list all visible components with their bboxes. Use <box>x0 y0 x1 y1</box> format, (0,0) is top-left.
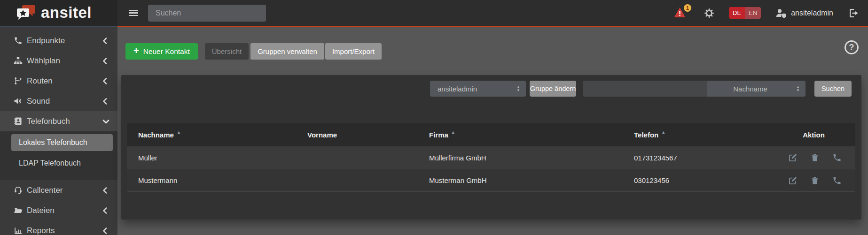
contact-search-input[interactable] <box>583 81 707 97</box>
column-header-firma[interactable]: Firma▲ <box>423 131 628 139</box>
sidebar-subitem-lokales-telefonbuch[interactable]: Lokales Telefonbuch <box>11 134 113 151</box>
sidebar-item-label: Wählplan <box>27 56 60 66</box>
tab-import-export[interactable]: Import/Export <box>325 43 382 60</box>
view-tab-group: Übersicht Gruppen verwalten Import/Expor… <box>205 43 382 60</box>
alert-count-badge: 1 <box>684 4 691 12</box>
table-header-row: Nachname▲ Vorname Firma▲ Telefon▲ Aktion <box>127 123 855 146</box>
search-column-select[interactable]: Nachname ▲▼ <box>707 81 805 97</box>
user-shield-icon <box>775 8 787 19</box>
sidebar-item-reports[interactable]: Reports <box>0 220 117 235</box>
sidebar-nav: Endpunkte Wählplan Routen <box>0 27 117 235</box>
sidebar-subitem-ldap-telefonbuch[interactable]: LDAP Telefonbuch <box>11 155 113 172</box>
delete-contact-icon[interactable] <box>810 176 820 185</box>
phone-icon <box>13 36 23 45</box>
sidebar-item-sound[interactable]: Sound <box>0 91 117 111</box>
delete-contact-icon[interactable] <box>810 153 820 162</box>
gear-icon <box>704 8 715 19</box>
column-header-telefon[interactable]: Telefon▲ <box>628 131 774 139</box>
cell-firma: Musterman GmbH <box>423 176 628 184</box>
route-branch-icon <box>13 76 23 86</box>
group-select-value: ansiteladmin <box>438 85 477 93</box>
sidebar-item-label: Telefonbuch <box>27 117 70 126</box>
chevron-left-icon <box>102 57 107 64</box>
group-select[interactable]: ansiteladmin ▲▼ <box>430 81 526 97</box>
settings-button[interactable] <box>704 8 715 19</box>
column-header-aktion: Aktion <box>774 131 854 139</box>
tab-gruppen-verwalten[interactable]: Gruppen verwalten <box>250 43 324 60</box>
chevron-left-icon <box>102 77 107 84</box>
global-search-input[interactable] <box>148 5 266 22</box>
username-label: ansiteladmin <box>791 9 833 17</box>
search-button[interactable]: Suchen <box>814 81 852 97</box>
new-contact-button[interactable]: + Neuer Kontakt <box>125 43 198 60</box>
chevron-left-icon <box>102 227 107 234</box>
sidebar-item-telefonbuch[interactable]: Telefonbuch <box>0 111 117 131</box>
app-window: ansitel 1 <box>0 0 868 235</box>
contacts-table: Nachname▲ Vorname Firma▲ Telefon▲ Aktion <box>127 123 855 191</box>
volume-icon <box>13 97 23 106</box>
sidebar-item-label: Callcenter <box>27 186 63 195</box>
edit-contact-icon[interactable] <box>788 153 798 162</box>
top-bar-right: 1 DE EN <box>673 6 868 20</box>
sidebar-item-label: Dateien <box>27 206 55 215</box>
cell-aktionen <box>774 153 854 162</box>
cell-firma: Müllerfirma GmbH <box>423 154 628 162</box>
sidebar-item-waehlplan[interactable]: Wählplan <box>0 51 117 71</box>
top-bar-main: 1 DE EN <box>117 0 868 26</box>
sidebar-item-label: Sound <box>27 97 50 106</box>
logout-button[interactable] <box>848 8 859 19</box>
chevron-down-icon <box>102 119 109 124</box>
sidebar-item-endpunkte[interactable]: Endpunkte <box>0 30 117 51</box>
chevron-left-icon <box>102 207 107 214</box>
lang-en-button[interactable]: EN <box>745 7 761 19</box>
cell-nachname: Müller <box>127 154 301 162</box>
sitemap-icon <box>13 56 23 66</box>
new-contact-label: Neuer Kontakt <box>143 47 190 56</box>
edit-contact-icon[interactable] <box>788 176 798 185</box>
folder-open-icon <box>13 206 23 215</box>
sidebar-item-label: Routen <box>27 76 53 86</box>
sort-asc-icon: ▲ <box>661 130 665 135</box>
lang-de-button[interactable]: DE <box>729 7 745 19</box>
table-row: Mustermann Musterman GmbH 030123456 <box>127 169 855 191</box>
chevron-left-icon <box>102 98 107 105</box>
alerts-button[interactable]: 1 <box>673 6 688 20</box>
sort-asc-icon: ▲ <box>177 130 181 135</box>
column-header-nachname[interactable]: Nachname▲ <box>127 131 301 139</box>
table-row: Müller Müllerfirma GmbH 01731234567 <box>127 146 855 169</box>
call-contact-icon[interactable] <box>832 153 842 162</box>
cell-telefon: 030123456 <box>628 176 774 184</box>
select-arrows-icon: ▲▼ <box>796 85 800 92</box>
address-book-icon <box>13 117 23 126</box>
menu-toggle-icon[interactable] <box>129 8 138 17</box>
telefonbuch-submenu: Lokales Telefonbuch LDAP Telefonbuch <box>0 131 117 180</box>
plus-icon: + <box>133 45 139 56</box>
sidebar-item-routen[interactable]: Routen <box>0 71 117 91</box>
logo[interactable]: ansitel <box>0 0 117 26</box>
help-icon[interactable]: ? <box>845 40 859 54</box>
logo-text: ansitel <box>41 4 92 22</box>
search-column-value: Nachname <box>733 85 767 93</box>
column-header-vorname[interactable]: Vorname <box>301 131 423 139</box>
phonebook-panel: ansiteladmin ▲▼ Gruppe ändern Nachname ▲… <box>121 75 861 220</box>
bar-chart-icon <box>13 226 23 235</box>
sidebar-item-dateien[interactable]: Dateien <box>0 200 117 220</box>
cell-aktionen <box>774 176 854 185</box>
tab-uebersicht[interactable]: Übersicht <box>205 43 249 60</box>
sidebar-item-callcenter[interactable]: Callcenter <box>0 180 117 200</box>
sort-asc-icon: ▲ <box>451 130 455 135</box>
cell-telefon: 01731234567 <box>628 154 774 162</box>
language-toggle: DE EN <box>729 7 761 19</box>
headset-icon <box>13 186 23 195</box>
select-arrows-icon: ▲▼ <box>516 85 520 92</box>
sidebar-item-label: Endpunkte <box>27 36 65 45</box>
main-content: + Neuer Kontakt Übersicht Gruppen verwal… <box>117 27 868 235</box>
sidebar-item-label: Reports <box>27 226 55 235</box>
contact-toolbar: + Neuer Kontakt Übersicht Gruppen verwal… <box>125 43 382 60</box>
change-group-button[interactable]: Gruppe ändern <box>530 81 576 97</box>
call-contact-icon[interactable] <box>832 176 842 185</box>
ansitel-logo-icon <box>16 4 37 23</box>
chevron-left-icon <box>102 37 107 44</box>
user-menu[interactable]: ansiteladmin <box>775 8 833 19</box>
top-bar: ansitel 1 <box>0 0 868 26</box>
